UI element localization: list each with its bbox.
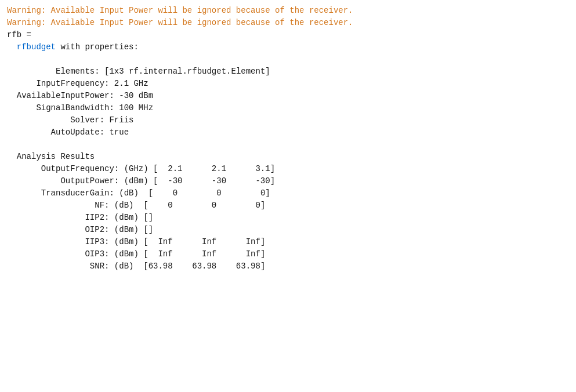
- availpower-line: AvailableInputPower: -30 dBm: [7, 91, 153, 100]
- sigbw-label: SignalBandwidth:: [7, 103, 114, 112]
- warning-line-2: Warning: Available Input Power will be i…: [7, 18, 353, 27]
- solver-value: Friis: [104, 115, 133, 125]
- outfreq-line: OutputFrequency: (GHz) [ 2.1 2.1 3.1]: [7, 164, 275, 173]
- oip2-label: OIP2:: [7, 225, 109, 234]
- iip3-label: IIP3:: [7, 237, 109, 246]
- iip2-value: (dBm) []: [109, 213, 153, 222]
- oip2-value: (dBm) []: [109, 225, 153, 234]
- iip2-label: IIP2:: [7, 213, 109, 222]
- solver-label: Solver:: [7, 115, 104, 125]
- rfbudget-keyword: rfbudget: [17, 42, 56, 52]
- outpower-line: OutputPower: (dBm) [ -30 -30 -30]: [7, 176, 275, 186]
- rfbudget-line: rfbudget with properties:: [7, 42, 139, 52]
- transgain-line: TransducerGain: (dB) [ 0 0 0]: [7, 188, 270, 198]
- inputfreq-label: InputFrequency:: [7, 79, 109, 88]
- nf-line: NF: (dB) [ 0 0 0]: [7, 201, 265, 210]
- nf-label: NF:: [7, 201, 109, 210]
- analysis-header: Analysis Results: [7, 152, 95, 161]
- availpower-value: -30 dBm: [114, 91, 153, 100]
- blank-line-2: [7, 140, 12, 149]
- elements-label: Elements:: [7, 67, 100, 76]
- snr-line: SNR: (dB) [63.98 63.98 63.98]: [7, 262, 265, 271]
- oip3-label: OIP3:: [7, 249, 109, 259]
- transgain-label: TransducerGain:: [7, 188, 114, 198]
- outpower-label: OutputPower:: [7, 176, 119, 186]
- snr-label: SNR:: [7, 262, 109, 271]
- blank-line-1: [7, 55, 12, 64]
- sigbw-line: SignalBandwidth: 100 MHz: [7, 103, 153, 112]
- outpower-value: (dBm) [ -30 -30 -30]: [119, 176, 275, 186]
- with-properties-text: with properties:: [56, 42, 139, 52]
- inputfreq-value: 2.1 GHz: [109, 79, 148, 88]
- autoupdate-value: true: [104, 128, 129, 137]
- console-output: Warning: Available Input Power will be i…: [7, 5, 569, 273]
- availpower-label: AvailableInputPower:: [7, 91, 114, 100]
- iip3-value: (dBm) [ Inf Inf Inf]: [109, 237, 265, 246]
- inputfreq-line: InputFrequency: 2.1 GHz: [7, 79, 148, 88]
- solver-line: Solver: Friis: [7, 115, 133, 125]
- autoupdate-line: AutoUpdate: true: [7, 128, 129, 137]
- sigbw-value: 100 MHz: [114, 103, 153, 112]
- transgain-value: (dB) [ 0 0 0]: [114, 188, 270, 198]
- elements-value: [1x3 rf.internal.rfbudget.Element]: [100, 67, 270, 76]
- snr-value: (dB) [63.98 63.98 63.98]: [109, 262, 265, 271]
- elements-line: Elements: [1x3 rf.internal.rfbudget.Elem…: [7, 67, 270, 76]
- oip2-line: OIP2: (dBm) []: [7, 225, 153, 234]
- autoupdate-label: AutoUpdate:: [7, 128, 104, 137]
- iip2-line: IIP2: (dBm) []: [7, 213, 153, 222]
- oip3-value: (dBm) [ Inf Inf Inf]: [109, 249, 265, 259]
- iip3-line: IIP3: (dBm) [ Inf Inf Inf]: [7, 237, 265, 246]
- rfb-assign: rfb =: [7, 30, 31, 39]
- oip3-line: OIP3: (dBm) [ Inf Inf Inf]: [7, 249, 265, 259]
- outfreq-value: (GHz) [ 2.1 2.1 3.1]: [119, 164, 275, 173]
- outfreq-label: OutputFrequency:: [7, 164, 119, 173]
- warning-line-1: Warning: Available Input Power will be i…: [7, 6, 353, 15]
- nf-value: (dB) [ 0 0 0]: [109, 201, 265, 210]
